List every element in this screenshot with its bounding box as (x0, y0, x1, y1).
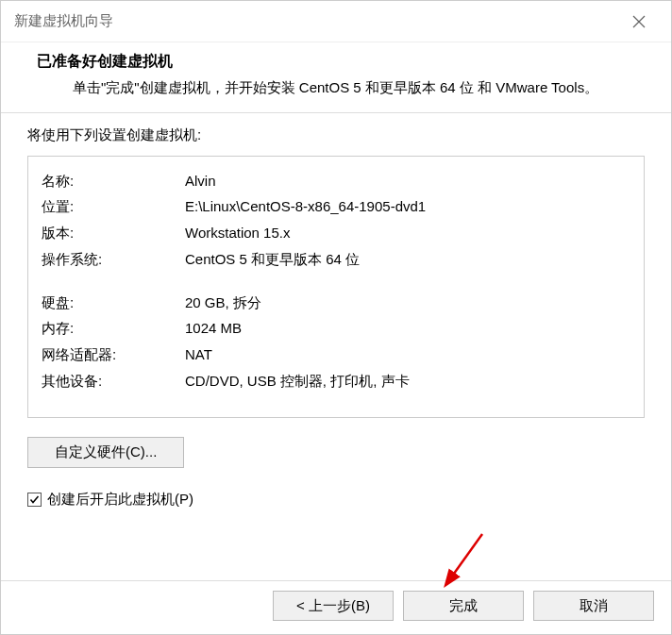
setting-row-name: 名称: Alvin (42, 168, 630, 194)
setting-label: 内存: (42, 315, 185, 342)
setting-value: Workstation 15.x (185, 220, 630, 246)
setting-row-version: 版本: Workstation 15.x (42, 220, 630, 246)
setting-label: 网络适配器: (42, 342, 185, 368)
header-section: 已准备好创建虚拟机 单击"完成"创建虚拟机，并开始安装 CentOS 5 和更早… (1, 42, 671, 112)
setting-value: CentOS 5 和更早版本 64 位 (185, 246, 630, 273)
setting-label: 操作系统: (42, 246, 185, 273)
setting-value: E:\Linux\CentOS-8-x86_64-1905-dvd1 (185, 193, 630, 220)
power-on-checkbox[interactable] (27, 493, 42, 507)
setting-value: Alvin (185, 168, 630, 194)
header-title: 已准备好创建虚拟机 (37, 52, 648, 72)
power-on-checkbox-row[interactable]: 创建后开启此虚拟机(P) (27, 491, 645, 509)
wizard-window: 新建虚拟机向导 已准备好创建虚拟机 单击"完成"创建虚拟机，并开始安装 Cent… (0, 0, 672, 635)
close-button[interactable] (620, 8, 658, 36)
setting-row-network: 网络适配器: NAT (42, 342, 630, 368)
cancel-button[interactable]: 取消 (533, 591, 654, 621)
setting-row-os: 操作系统: CentOS 5 和更早版本 64 位 (42, 246, 630, 273)
footer: < 上一步(B) 完成 取消 (1, 580, 671, 634)
setting-value: 20 GB, 拆分 (185, 290, 630, 316)
setting-label: 位置: (42, 193, 185, 220)
close-icon (632, 15, 646, 28)
finish-button[interactable]: 完成 (403, 591, 524, 621)
setting-row-other: 其他设备: CD/DVD, USB 控制器, 打印机, 声卡 (42, 368, 630, 394)
body-section: 将使用下列设置创建虚拟机: 名称: Alvin 位置: E:\Linux\Cen… (1, 113, 671, 581)
setting-label: 其他设备: (42, 368, 185, 394)
setting-value: NAT (185, 342, 630, 368)
titlebar: 新建虚拟机向导 (1, 1, 671, 42)
back-button[interactable]: < 上一步(B) (273, 591, 394, 621)
setting-label: 名称: (42, 168, 185, 194)
setting-row-memory: 内存: 1024 MB (42, 315, 630, 342)
window-title: 新建虚拟机向导 (14, 12, 113, 30)
settings-panel: 名称: Alvin 位置: E:\Linux\CentOS-8-x86_64-1… (27, 156, 645, 418)
setting-value: CD/DVD, USB 控制器, 打印机, 声卡 (185, 368, 630, 394)
customize-row: 自定义硬件(C)... (27, 437, 645, 468)
setting-row-location: 位置: E:\Linux\CentOS-8-x86_64-1905-dvd1 (42, 193, 630, 220)
customize-hardware-button[interactable]: 自定义硬件(C)... (27, 437, 184, 468)
body-intro: 将使用下列设置创建虚拟机: (27, 126, 645, 144)
setting-value: 1024 MB (185, 315, 630, 342)
power-on-checkbox-label: 创建后开启此虚拟机(P) (47, 491, 193, 509)
setting-row-disk: 硬盘: 20 GB, 拆分 (42, 290, 630, 316)
check-icon (29, 494, 40, 505)
setting-label: 版本: (42, 220, 185, 246)
setting-label: 硬盘: (42, 290, 185, 316)
header-description: 单击"完成"创建虚拟机，并开始安装 CentOS 5 和更早版本 64 位 和 … (73, 77, 648, 99)
